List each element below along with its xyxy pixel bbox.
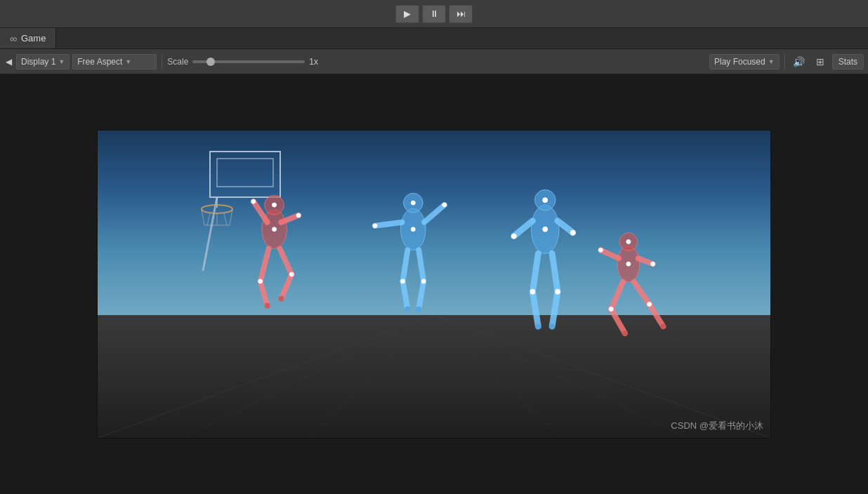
scale-value: 1x	[309, 57, 323, 67]
aspect-dropdown[interactable]: Free Aspect ▼	[72, 54, 157, 69]
aspect-dropdown-arrow: ▼	[125, 58, 131, 65]
game-tab-icon: ∞	[10, 33, 17, 44]
game-tab-label: Game	[21, 33, 46, 44]
svg-point-64	[555, 289, 560, 294]
svg-line-55	[514, 221, 533, 236]
svg-point-78	[626, 262, 631, 266]
svg-point-84	[660, 323, 666, 329]
svg-line-25	[261, 248, 269, 281]
play-focused-label: Play Focused	[714, 57, 765, 67]
play-focused-dropdown[interactable]: Play Focused ▼	[709, 54, 780, 69]
toolbar: ◀ Display 1 ▼ Free Aspect ▼ Scale 1x Pla…	[0, 49, 868, 74]
display-arrow-left[interactable]: ◀	[4, 54, 13, 69]
svg-point-50	[442, 203, 447, 207]
transport-bar: ▶ ⏸ ⏭	[0, 0, 868, 28]
watermark-text: CSDN @爱看书的小沐	[671, 420, 763, 431]
svg-line-26	[261, 281, 268, 306]
svg-point-61	[543, 198, 548, 203]
play-focused-section: Play Focused ▼	[709, 54, 780, 69]
svg-line-76	[650, 304, 664, 326]
svg-line-59	[552, 253, 558, 291]
stats-button[interactable]: Stats	[832, 54, 864, 69]
svg-point-33	[251, 199, 256, 203]
svg-point-82	[651, 262, 655, 266]
svg-point-77	[626, 239, 631, 243]
gizmos-button[interactable]: ⊞	[811, 54, 829, 69]
svg-point-45	[411, 201, 415, 205]
scale-slider-thumb	[206, 58, 215, 66]
svg-line-40	[424, 205, 445, 222]
svg-line-56	[558, 221, 573, 233]
game-tab[interactable]: ∞ Game	[0, 28, 56, 48]
arrow-left-icon: ◀	[6, 57, 12, 67]
step-icon: ⏭	[456, 8, 466, 19]
svg-point-36	[278, 296, 284, 302]
svg-point-80	[647, 302, 652, 306]
svg-point-63	[530, 289, 535, 294]
separator-2	[784, 54, 785, 69]
svg-line-28	[281, 274, 291, 299]
mute-button[interactable]: 🔊	[790, 54, 808, 69]
svg-point-67	[535, 323, 541, 329]
svg-line-42	[402, 281, 407, 309]
svg-point-46	[411, 227, 415, 232]
svg-point-47	[401, 279, 405, 283]
scale-slider[interactable]	[192, 60, 305, 63]
stats-label: Stats	[839, 57, 857, 67]
pause-icon: ⏸	[430, 8, 439, 19]
svg-line-60	[552, 292, 558, 326]
svg-point-65	[511, 234, 516, 239]
svg-point-83	[622, 331, 628, 336]
svg-line-73	[611, 282, 623, 309]
mute-icon: 🔊	[793, 56, 805, 67]
main-area: CSDN @爱看书的小沐	[0, 74, 868, 494]
svg-point-51	[405, 306, 410, 312]
display-dropdown-arrow: ▼	[58, 58, 65, 65]
play-focused-arrow: ▼	[768, 58, 775, 65]
svg-point-31	[258, 279, 263, 283]
svg-point-79	[609, 307, 613, 311]
svg-line-71	[600, 250, 619, 258]
svg-line-57	[532, 253, 538, 291]
svg-line-43	[419, 250, 423, 281]
step-button[interactable]: ⏭	[449, 5, 473, 23]
svg-point-68	[549, 323, 555, 329]
svg-line-44	[419, 281, 423, 309]
gizmos-icon: ⊞	[816, 56, 824, 67]
display-dropdown[interactable]: Display 1 ▼	[16, 54, 70, 69]
play-button[interactable]: ▶	[395, 5, 419, 23]
svg-line-27	[280, 248, 291, 274]
play-icon: ▶	[404, 8, 411, 19]
pause-button[interactable]: ⏸	[422, 5, 446, 23]
svg-point-30	[272, 227, 277, 232]
svg-point-66	[570, 230, 575, 235]
svg-line-39	[375, 222, 402, 226]
tab-bar: ∞ Game	[0, 28, 868, 49]
watermark: CSDN @爱看书的小沐	[671, 420, 763, 432]
svg-point-52	[416, 306, 421, 312]
svg-line-74	[611, 309, 625, 333]
svg-point-29	[272, 203, 277, 207]
scale-label: Scale	[167, 57, 188, 67]
aspect-label: Free Aspect	[77, 57, 122, 67]
scale-section: Scale 1x	[167, 57, 323, 67]
svg-point-62	[543, 227, 548, 232]
svg-line-58	[532, 292, 538, 326]
display-label: Display 1	[21, 57, 55, 67]
svg-point-32	[289, 272, 294, 276]
svg-line-41	[402, 250, 407, 281]
svg-point-48	[421, 279, 426, 283]
game-viewport: CSDN @爱看书的小沐	[97, 130, 771, 439]
characters-svg	[98, 146, 770, 361]
separator-1	[162, 54, 162, 69]
svg-point-34	[296, 213, 301, 218]
svg-point-35	[265, 302, 270, 308]
svg-point-81	[598, 248, 603, 252]
svg-point-49	[373, 224, 377, 228]
svg-line-75	[634, 282, 650, 305]
